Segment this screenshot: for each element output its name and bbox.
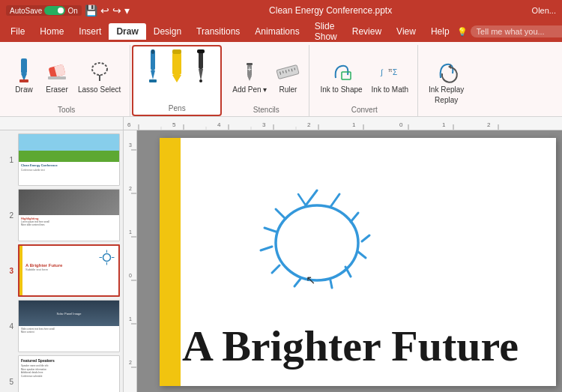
ruler-icon — [276, 60, 300, 84]
draw-label: Draw — [15, 85, 32, 94]
svg-text:1: 1 — [129, 229, 132, 235]
autosave-toggle[interactable] — [44, 6, 65, 15]
ribbon-group-convert: Ink to Shape ∫ π Σ Ink to Math Convert — [311, 45, 418, 116]
autosave-dot — [58, 7, 64, 13]
svg-line-89 — [298, 194, 306, 205]
slide-item-3[interactable]: 3 A Brighter Future Subt — [3, 244, 120, 297]
autosave-label: AutoSave — [10, 7, 42, 15]
svg-line-81 — [358, 252, 366, 258]
stencils-items: + Add Pen ▾ — [229, 48, 303, 106]
menu-transitions[interactable]: Transitions — [189, 23, 247, 40]
eraser-button[interactable]: Eraser — [42, 57, 72, 97]
svg-point-58 — [103, 254, 111, 262]
svg-text:0: 0 — [399, 121, 403, 128]
svg-rect-35 — [124, 117, 562, 130]
slide-number-4: 4 — [3, 322, 13, 331]
replay-items: Ink Replay Replay — [426, 48, 467, 116]
ink-replay-icon — [435, 60, 459, 84]
tell-me-section: 💡 — [457, 25, 562, 37]
menu-animations[interactable]: Animations — [247, 23, 306, 40]
menu-home[interactable]: Home — [32, 23, 71, 40]
svg-line-86 — [261, 247, 272, 250]
save-icon[interactable]: 💾 — [85, 4, 97, 16]
menu-review[interactable]: Review — [345, 23, 389, 40]
svg-marker-21 — [247, 76, 252, 81]
pen-blue-button[interactable] — [143, 48, 163, 87]
slide-thumb-4[interactable]: Solar Panel Image Slide content text lin… — [18, 300, 120, 352]
slide-thumb-1[interactable]: Clean Energy Conference Conference subti… — [18, 133, 120, 186]
lasso-label: Lasso Select — [78, 85, 121, 94]
menu-help[interactable]: Help — [423, 23, 457, 40]
main-content: 1 Clean Energy Conference Conference sub… — [0, 130, 562, 392]
undo-icon[interactable]: ↩ — [100, 4, 109, 16]
customize-icon[interactable]: ▾ — [124, 4, 130, 16]
menu-file[interactable]: File — [3, 23, 32, 40]
slides-panel: 1 Clean Energy Conference Conference sub… — [0, 130, 124, 392]
ink-replay-button[interactable]: Ink Replay Replay — [426, 57, 467, 108]
ink-replay-label: Ink Replay — [429, 85, 464, 94]
slide-item-2[interactable]: 2 Highlighting Lorem ipsum text here sma… — [3, 189, 120, 241]
tools-items: Draw Eraser — [9, 48, 124, 106]
slide-thumb-5[interactable]: Featured Speakers Speaker name and title… — [18, 355, 120, 392]
eraser-label: Eraser — [46, 85, 67, 94]
ink-to-shape-label: Ink to Shape — [320, 85, 362, 94]
tell-me-input[interactable] — [471, 25, 562, 37]
stencils-group-label: Stencils — [253, 106, 280, 116]
slide-item-1[interactable]: 1 Clean Energy Conference Conference sub… — [3, 133, 120, 186]
svg-text:2: 2 — [129, 186, 132, 191]
ruler-label: Ruler — [279, 85, 297, 94]
slide-thumb-2[interactable]: Highlighting Lorem ipsum text here small… — [18, 189, 120, 241]
autosave-indicator[interactable]: AutoSave On — [6, 5, 82, 16]
svg-rect-2 — [19, 79, 28, 82]
ribbon-group-tools: Draw Eraser — [3, 45, 130, 116]
svg-line-84 — [294, 279, 300, 286]
slide-item-5[interactable]: 5 Featured Speakers Speaker name and tit… — [3, 355, 120, 392]
ruler-corner — [0, 117, 124, 130]
canvas-area[interactable]: ↖ A Brighter Future — [137, 130, 562, 392]
draw-icon — [12, 60, 36, 84]
svg-text:4: 4 — [217, 121, 221, 128]
slide-item-4[interactable]: 4 Solar Panel Image Slide content text l… — [3, 300, 120, 352]
pen-yellow-button[interactable] — [167, 48, 187, 87]
svg-text:1: 1 — [442, 121, 446, 128]
redo-icon[interactable]: ↪ — [112, 4, 121, 16]
ink-to-math-icon: ∫ π Σ — [378, 60, 402, 84]
slide-thumb-3[interactable]: A Brighter Future Subtitle text here — [18, 244, 120, 297]
pens-items — [143, 48, 211, 87]
svg-rect-5 — [48, 76, 66, 79]
main-slide[interactable]: ↖ A Brighter Future — [160, 138, 556, 386]
ink-to-math-label: Ink to Math — [372, 85, 408, 94]
add-pen-button[interactable]: + Add Pen ▾ — [229, 57, 270, 97]
ruler-vertical: 3 2 1 0 1 2 — [124, 130, 137, 392]
draw-button[interactable]: Draw — [9, 57, 39, 97]
replay-label: Replay — [435, 96, 458, 105]
autosave-status: On — [67, 7, 77, 15]
lasso-select-button[interactable]: Lasso Select — [75, 57, 124, 97]
svg-marker-13 — [172, 75, 181, 82]
pen-black-button[interactable] — [191, 48, 211, 87]
slide-title: A Brighter Future — [182, 321, 519, 371]
svg-rect-10 — [149, 79, 157, 82]
menu-design[interactable]: Design — [146, 23, 189, 40]
svg-marker-9 — [151, 70, 155, 79]
svg-line-78 — [330, 194, 339, 207]
ink-to-shape-button[interactable]: Ink to Shape — [317, 57, 365, 97]
lightbulb-icon: 💡 — [457, 27, 468, 37]
app-title: Clean Energy Conference.pptx — [269, 5, 392, 16]
lasso-icon — [88, 60, 112, 84]
svg-point-6 — [92, 63, 107, 75]
ink-to-math-button[interactable]: ∫ π Σ Ink to Math — [369, 57, 411, 97]
svg-text:+: + — [247, 65, 252, 73]
svg-rect-11 — [151, 49, 154, 54]
svg-text:1: 1 — [352, 121, 356, 128]
svg-point-17 — [199, 79, 202, 82]
menu-draw[interactable]: Draw — [109, 23, 145, 40]
menu-insert[interactable]: Insert — [71, 23, 109, 40]
menu-view[interactable]: View — [389, 23, 423, 40]
ruler-horizontal: 6 5 4 3 2 1 0 1 2 — [124, 117, 562, 130]
yellow-accent-bar — [160, 138, 181, 386]
svg-line-85 — [272, 265, 280, 273]
menu-slideshow[interactable]: Slide Show — [307, 18, 345, 45]
svg-text:2: 2 — [129, 360, 132, 365]
ruler-button[interactable]: Ruler — [273, 57, 303, 97]
